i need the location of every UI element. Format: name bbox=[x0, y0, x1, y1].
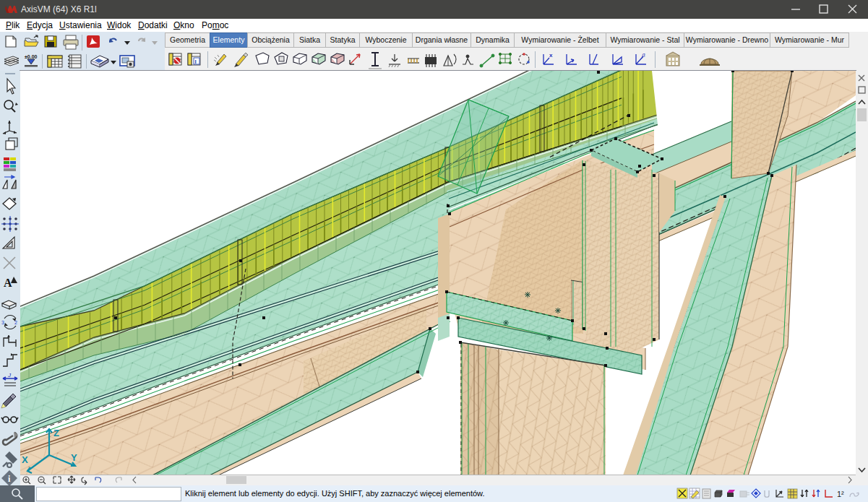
svg-text:X: X bbox=[22, 454, 28, 465]
svg-text:Z: Z bbox=[53, 428, 59, 438]
svg-text:±0.00: ±0.00 bbox=[25, 54, 38, 59]
svg-text:x: x bbox=[549, 52, 553, 59]
svg-text:β: β bbox=[641, 52, 645, 59]
svg-text:3: 3 bbox=[1, 320, 4, 325]
svg-text:A: A bbox=[4, 277, 12, 289]
svg-text:2: 2 bbox=[14, 320, 17, 325]
svg-text:J: J bbox=[7, 372, 12, 378]
svg-text:Y: Y bbox=[71, 452, 77, 463]
svg-text:I: I bbox=[195, 59, 197, 65]
svg-text:1²: 1² bbox=[837, 490, 844, 498]
